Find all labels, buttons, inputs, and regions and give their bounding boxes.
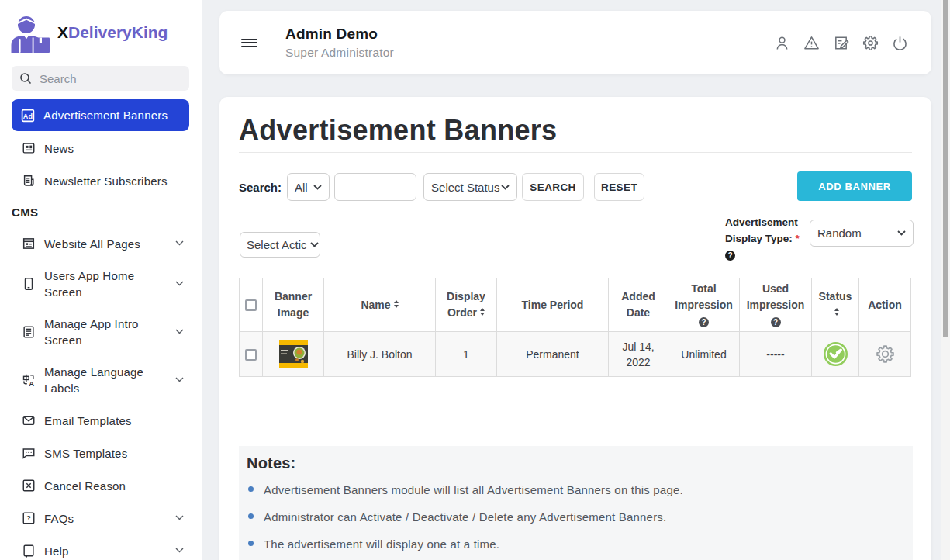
svg-text:Ad: Ad	[23, 112, 33, 119]
svg-text:A: A	[29, 379, 34, 387]
svg-text:?: ?	[26, 514, 31, 522]
